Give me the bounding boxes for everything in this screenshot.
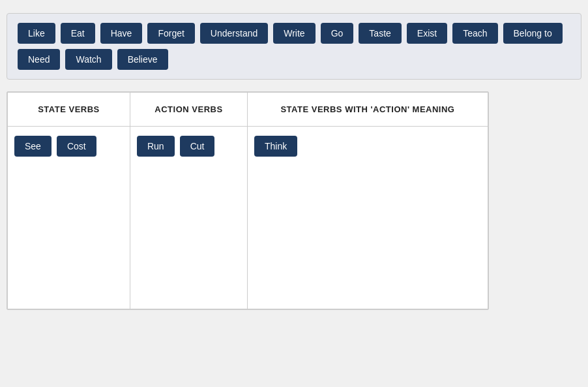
word-chip-understand[interactable]: Understand xyxy=(200,23,268,44)
state-chips: SeeCost xyxy=(14,136,123,157)
col-header-state-action: STATE VERBS WITH 'ACTION' MEANING xyxy=(247,93,488,127)
word-chip-need[interactable]: Need xyxy=(18,49,60,70)
cell-action: RunCut xyxy=(130,127,247,309)
word-chip-teach[interactable]: Teach xyxy=(452,23,497,44)
chip-see[interactable]: See xyxy=(14,136,51,157)
word-chip-taste[interactable]: Taste xyxy=(359,23,401,44)
verb-table: STATE VERBS ACTION VERBS STATE VERBS WIT… xyxy=(7,92,488,309)
chip-think[interactable]: Think xyxy=(254,136,297,157)
word-chip-write[interactable]: Write xyxy=(273,23,315,44)
word-chip-have[interactable]: Have xyxy=(100,23,143,44)
word-chip-forget[interactable]: Forget xyxy=(147,23,194,44)
word-chip-like[interactable]: Like xyxy=(18,23,55,44)
word-chip-belong-to[interactable]: Belong to xyxy=(503,23,563,44)
action-chips: RunCut xyxy=(137,136,241,157)
word-chip-eat[interactable]: Eat xyxy=(61,23,95,44)
col-header-action: ACTION VERBS xyxy=(130,93,247,127)
word-bank: LikeEatHaveForgetUnderstandWriteGoTasteE… xyxy=(7,13,581,80)
cell-state-action: Think xyxy=(247,127,488,309)
chip-run[interactable]: Run xyxy=(137,136,175,157)
table-container: STATE VERBS ACTION VERBS STATE VERBS WIT… xyxy=(7,91,489,310)
word-chip-go[interactable]: Go xyxy=(321,23,354,44)
chip-cut[interactable]: Cut xyxy=(180,136,215,157)
word-chip-watch[interactable]: Watch xyxy=(65,49,111,70)
word-chip-believe[interactable]: Believe xyxy=(117,49,168,70)
chip-cost[interactable]: Cost xyxy=(57,136,96,157)
col-header-state: STATE VERBS xyxy=(8,93,130,127)
cell-state: SeeCost xyxy=(8,127,130,309)
word-chip-exist[interactable]: Exist xyxy=(407,23,447,44)
state-action-chips: Think xyxy=(254,136,481,157)
